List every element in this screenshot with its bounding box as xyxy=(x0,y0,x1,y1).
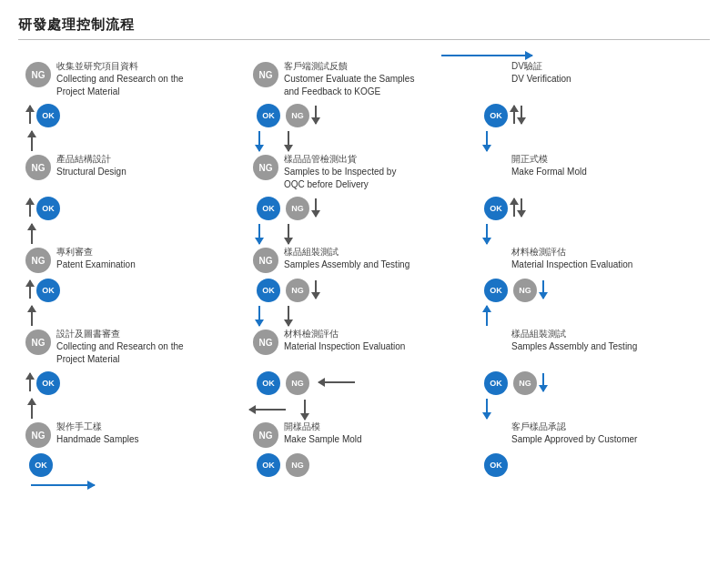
connector-col2-row5: OK NG xyxy=(246,448,473,481)
down-arrow-col3-row1 xyxy=(473,131,710,153)
step-col1-row1: NG 收集並研究項目資料 Collecting and Research on … xyxy=(18,60,246,98)
step-col1-row2: NG 產品結構設計 Structural Design xyxy=(18,153,246,191)
badge-ok-col3-row1-connector: OK xyxy=(484,104,508,127)
step-col3-row2: NG 開正式模 Make Formal Mold xyxy=(473,153,710,191)
badge-ok-col1-row1-connector: OK xyxy=(36,104,60,127)
step-col2-row3: NG 樣品組裝測試 Samples Assembly and Testing xyxy=(246,246,473,273)
badge-ng-col2-row2: NG xyxy=(253,155,278,180)
step-col1-row3: NG 專利審查 Patent Examination xyxy=(18,246,246,273)
step-col3-row5: NG 客戶樣品承認 Sample Approved by Customer xyxy=(473,421,710,448)
bottom-arrow-col2 xyxy=(246,481,473,499)
step-col2-row4: NG 材料檢測評估 Material Inspection Evaluation xyxy=(246,328,473,366)
connector-col1-row1: OK xyxy=(18,98,246,131)
connector-col2-row2: OK NG xyxy=(246,191,473,224)
step-col1-row5: NG 製作手工樣 Handmade Samples xyxy=(18,421,246,448)
step-col1-row4: NG 設計及圖書審查 Collecting and Research on th… xyxy=(18,328,246,366)
connector-col1-row3: OK xyxy=(18,273,246,306)
arrow-col3-r4r5 xyxy=(473,399,710,421)
arrow-col1-r2r3 xyxy=(18,224,246,246)
arrow-col3-r3r4 xyxy=(473,306,710,328)
step-col3-row1: NG DV驗証 DV Verification xyxy=(473,60,710,98)
bottom-arrow-col1 xyxy=(18,481,246,499)
page-title: 研發處理控制流程 xyxy=(18,16,710,34)
arrow-col2-r2r3 xyxy=(246,224,473,246)
badge-ok-col2-row1-connector: OK xyxy=(257,104,280,127)
badge-ng-col1-row2: NG xyxy=(25,155,51,180)
badge-ng-col2-row1-connector: NG xyxy=(286,104,309,127)
connector-col3-row4: OK NG xyxy=(473,366,710,399)
arrow-col1-r4r5 xyxy=(18,399,246,421)
badge-ng-col1-row1: NG xyxy=(25,62,51,87)
step-col2-row2: NG 樣品品管檢測出貨 Samples to be Inspected by O… xyxy=(246,153,473,191)
step-col2-row1: NG 客戶端測試反饋 Customer Evaluate the Samples… xyxy=(246,60,473,98)
connector-col3-row5: OK xyxy=(473,448,710,481)
arrow-col1-r3r4 xyxy=(18,306,246,328)
arrow-col3-r2r3 xyxy=(473,224,710,246)
arrow-col2-r4r5 xyxy=(246,399,473,421)
step-col2-row5: NG 開樣品模 Make Sample Mold xyxy=(246,421,473,448)
connector-col1-row5: OK xyxy=(18,448,246,481)
badge-ng-col2-row1: NG xyxy=(253,62,278,87)
up-arrow-col1-row1 xyxy=(18,131,246,153)
step-col3-row4: NG 樣品組裝測試 Samples Assembly and Testing xyxy=(473,328,710,366)
arrow-col2-r3r4 xyxy=(246,306,473,328)
connector-col3-row1: OK xyxy=(473,98,710,131)
down-arrow-col2-row1 xyxy=(246,131,473,153)
step-col3-row3: NG 材料檢測評估 Material Inspection Evaluation xyxy=(473,246,710,273)
connector-col3-row3: OK NG xyxy=(473,273,710,306)
bottom-arrow-col3 xyxy=(473,481,710,499)
connector-col1-row2: OK xyxy=(18,191,246,224)
connector-col3-row2: OK xyxy=(473,191,710,224)
connector-col2-row3: OK NG xyxy=(246,273,473,306)
connector-col2-row4: OK NG xyxy=(246,366,473,399)
connector-col2-row1: OK NG xyxy=(246,98,473,131)
connector-col1-row4: OK xyxy=(18,366,246,399)
